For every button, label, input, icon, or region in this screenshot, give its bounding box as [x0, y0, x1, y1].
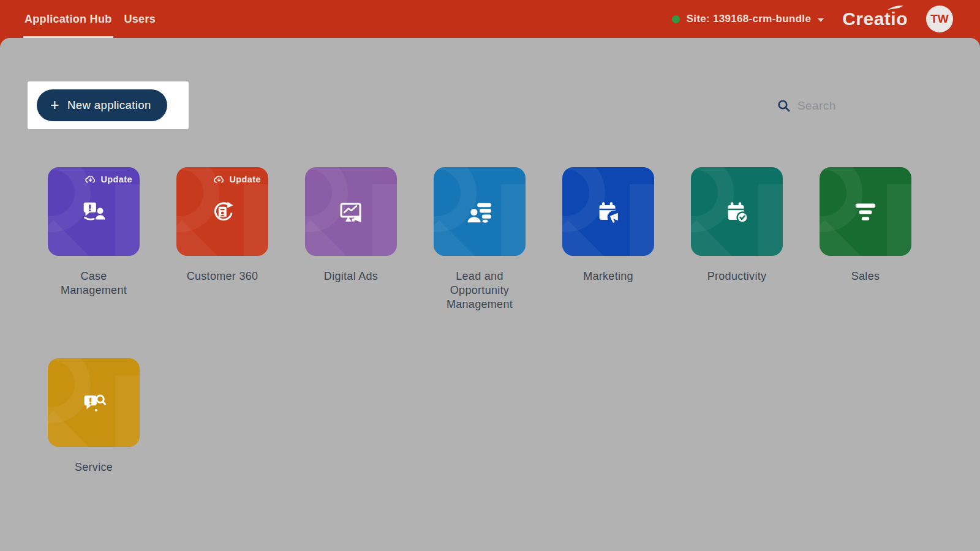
new-application-label: New application — [67, 99, 151, 112]
new-application-button[interactable]: + New application — [37, 89, 167, 121]
update-badge-label: Update — [100, 174, 132, 184]
app-card-lead-and-opportunity-management: Lead and Opportunity Management — [434, 167, 526, 312]
tab-users[interactable]: Users — [123, 0, 157, 38]
app-label: Marketing — [562, 269, 654, 283]
app-tile-service[interactable] — [48, 358, 140, 447]
app-tile-lead-and-opportunity-management[interactable] — [434, 167, 526, 256]
funnel-person-icon — [466, 198, 494, 226]
app-label: Case Management — [48, 269, 140, 298]
app-card-productivity: Productivity — [691, 167, 783, 283]
chat-alert-person-icon — [80, 198, 108, 226]
app-label: Customer 360 — [176, 269, 268, 283]
app-tile-sales[interactable] — [820, 167, 911, 256]
app-tile-marketing[interactable] — [562, 167, 654, 256]
app-label: Sales — [820, 269, 911, 283]
tab-application-hub[interactable]: Application Hub — [23, 0, 113, 38]
user-avatar[interactable]: TW — [926, 6, 953, 32]
tutorial-spotlight: + New application — [28, 81, 189, 129]
monitor-megaphone-icon — [336, 197, 366, 227]
application-grid: Update Case Management Update Custome — [48, 167, 911, 474]
app-card-digital-ads: Digital Ads — [305, 167, 397, 283]
site-status-icon — [672, 15, 680, 23]
cloud-update-icon — [85, 174, 96, 184]
application-hub-panel: + New application Update Case Management — [0, 38, 980, 551]
plus-icon: + — [50, 97, 59, 113]
site-label: Site: 139168-crm-bundle — [687, 13, 811, 25]
app-tile-digital-ads[interactable] — [305, 167, 397, 256]
calendar-megaphone-icon — [594, 198, 622, 226]
app-tile-case-management[interactable]: Update — [48, 167, 140, 256]
update-badge-label: Update — [229, 174, 261, 184]
header-right-cluster: Site: 139168-crm-bundle Creatio TW — [672, 0, 953, 38]
app-tile-customer-360[interactable]: Update — [176, 167, 268, 256]
calendar-check-icon — [723, 198, 751, 226]
paper-plane-icon — [887, 4, 905, 12]
app-tile-productivity[interactable] — [691, 167, 783, 256]
cloud-update-icon — [213, 174, 225, 184]
app-card-marketing: Marketing — [562, 167, 654, 283]
app-label: Lead and Opportunity Management — [434, 269, 526, 312]
app-label: Service — [48, 460, 140, 474]
app-card-case-management: Update Case Management — [48, 167, 140, 298]
main-nav: Application Hub Users — [13, 0, 157, 38]
app-label: Digital Ads — [305, 269, 397, 283]
search-input[interactable] — [797, 99, 938, 113]
chat-alert-search-icon — [80, 389, 108, 417]
search-field — [777, 96, 938, 116]
search-icon — [777, 99, 791, 113]
app-label: Productivity — [691, 269, 783, 283]
funnel-icon — [851, 198, 880, 226]
chevron-down-icon — [818, 18, 824, 22]
app-card-sales: Sales — [820, 167, 911, 283]
refresh-contact-icon — [208, 198, 236, 226]
update-badge[interactable]: Update — [213, 174, 261, 184]
app-card-customer-360: Update Customer 360 — [176, 167, 268, 283]
top-bar: Application Hub Users Site: 139168-crm-b… — [0, 0, 980, 38]
creatio-logo: Creatio — [842, 9, 908, 29]
app-card-service: Service — [48, 358, 140, 474]
update-badge[interactable]: Update — [85, 174, 132, 184]
site-selector[interactable]: Site: 139168-crm-bundle — [672, 13, 824, 25]
